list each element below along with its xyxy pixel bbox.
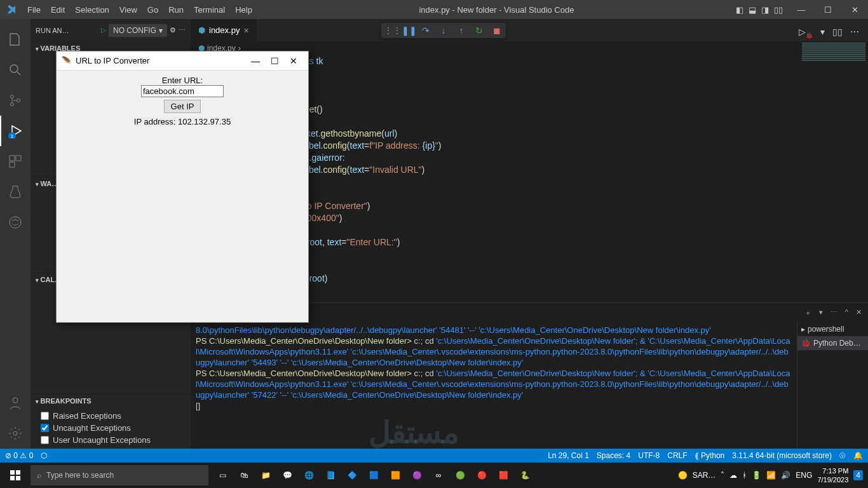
terminal-output[interactable]: 8.0\pythonFiles\lib\python\debugpy\adapt… bbox=[191, 322, 797, 449]
editor-tab[interactable]: ⬢ index.py × bbox=[191, 19, 257, 41]
onedrive-icon[interactable]: ☁ bbox=[729, 471, 737, 480]
photoshop-icon[interactable]: 🟦 bbox=[363, 465, 384, 485]
menu-selection[interactable]: Selection bbox=[70, 5, 114, 15]
taskbar-search[interactable]: ⌕ Type here to search bbox=[31, 465, 208, 485]
menu-go[interactable]: Go bbox=[142, 5, 163, 15]
split-editor-icon[interactable]: ▯▯ bbox=[832, 27, 843, 39]
pause-icon[interactable]: ❚❚ bbox=[402, 25, 414, 36]
tk-minimize-button[interactable]: — bbox=[246, 56, 265, 66]
tkinter-titlebar[interactable]: 🪶 URL to IP Converter — ☐ ✕ bbox=[57, 51, 308, 71]
menu-edit[interactable]: Edit bbox=[46, 5, 70, 15]
start-debug-button[interactable]: ▷ bbox=[101, 26, 106, 34]
vscode-taskbar-icon[interactable]: 📘 bbox=[320, 465, 341, 485]
breakpoint-item[interactable]: Raised Exceptions bbox=[41, 410, 180, 422]
tk-maximize-button[interactable]: ☐ bbox=[265, 56, 284, 66]
close-tab-icon[interactable]: × bbox=[243, 25, 248, 36]
step-over-icon[interactable]: ↷ bbox=[419, 25, 432, 36]
chevron-down-icon[interactable]: ▾ bbox=[820, 27, 825, 39]
search-icon[interactable] bbox=[0, 55, 31, 85]
breakpoint-checkbox[interactable] bbox=[41, 412, 49, 420]
explorer-icon[interactable] bbox=[0, 24, 31, 55]
interpreter-status[interactable]: 3.11.4 64-bit (microsoft store) bbox=[732, 451, 832, 460]
breakpoint-checkbox[interactable] bbox=[41, 424, 49, 432]
drag-handle-icon[interactable]: ⋮⋮ bbox=[384, 25, 397, 36]
debug-toolbar[interactable]: ⋮⋮ ❚❚ ↷ ↓ ↑ ↻ ◼ bbox=[381, 23, 506, 38]
notifications-icon[interactable]: 🔔 bbox=[853, 451, 863, 460]
tray-chevron-up-icon[interactable]: ˄ bbox=[721, 471, 724, 480]
menu-help[interactable]: Help bbox=[230, 5, 257, 15]
discord-icon[interactable]: 🟣 bbox=[407, 465, 427, 485]
volume-icon[interactable]: 🔊 bbox=[781, 471, 790, 480]
breakpoint-item[interactable]: Uncaught Exceptions bbox=[41, 422, 180, 434]
chat-icon[interactable] bbox=[0, 207, 31, 238]
menu-view[interactable]: View bbox=[114, 5, 142, 15]
tk-close-button[interactable]: ✕ bbox=[284, 56, 303, 66]
tkinter-window[interactable]: 🪶 URL to IP Converter — ☐ ✕ Enter URL: G… bbox=[56, 51, 309, 323]
maximize-panel-icon[interactable]: ^ bbox=[845, 308, 848, 318]
maximize-button[interactable]: ☐ bbox=[815, 5, 841, 15]
layout-panel-left-icon[interactable]: ◧ bbox=[736, 5, 743, 15]
account-icon[interactable] bbox=[0, 388, 31, 418]
extensions-icon[interactable] bbox=[0, 146, 31, 177]
chevron-down-icon[interactable]: ▾ bbox=[819, 308, 823, 318]
problems-status[interactable]: ⊘ 0 ⚠ 0 bbox=[5, 451, 33, 460]
breakpoint-checkbox[interactable] bbox=[41, 436, 49, 444]
step-into-icon[interactable]: ↓ bbox=[437, 25, 450, 36]
close-window-button[interactable]: ✕ bbox=[841, 5, 868, 15]
taskbar-clock[interactable]: 7:13 PM 7/19/2023 bbox=[817, 466, 848, 484]
language-indicator[interactable]: ENG bbox=[796, 471, 812, 480]
settings-gear-icon[interactable] bbox=[0, 418, 31, 449]
close-panel-icon[interactable]: ✕ bbox=[856, 308, 862, 318]
minimize-button[interactable]: — bbox=[788, 5, 815, 15]
python-icon[interactable]: 🐍 bbox=[515, 465, 535, 485]
indent-status[interactable]: Spaces: 4 bbox=[597, 451, 630, 460]
notifications-badge[interactable]: 4 bbox=[853, 470, 863, 480]
chrome-icon[interactable]: 🌐 bbox=[299, 465, 319, 485]
task-view-icon[interactable]: ▭ bbox=[212, 465, 233, 485]
testing-icon[interactable] bbox=[0, 177, 31, 207]
breakpoint-item[interactable]: User Uncaught Exceptions bbox=[41, 434, 180, 446]
menu-file[interactable]: File bbox=[22, 5, 46, 15]
spotify-icon[interactable]: 🟢 bbox=[450, 465, 470, 485]
eol-status[interactable]: CRLF bbox=[667, 451, 687, 460]
terminal-instance[interactable]: ▸powershell bbox=[797, 322, 868, 336]
url-input[interactable] bbox=[141, 85, 224, 97]
cursor-position[interactable]: Ln 29, Col 1 bbox=[548, 451, 589, 460]
source-control-icon[interactable] bbox=[0, 85, 31, 116]
bluetooth-icon[interactable]: ᚼ bbox=[742, 471, 747, 480]
tray-user[interactable]: SAR… bbox=[693, 471, 716, 480]
illustrator-icon[interactable]: 🟧 bbox=[385, 465, 405, 485]
step-out-icon[interactable]: ↑ bbox=[455, 25, 468, 36]
terminal-instance[interactable]: 🐞Python Deb… bbox=[797, 336, 868, 350]
editor-more-icon[interactable]: ⋯ bbox=[850, 27, 859, 39]
language-mode[interactable]: ⸨ Python bbox=[695, 451, 725, 460]
run-file-icon[interactable]: ▷🐞 bbox=[799, 27, 813, 39]
app-icon[interactable]: 🔷 bbox=[342, 465, 362, 485]
layout-panel-bottom-icon[interactable]: ⬓ bbox=[749, 5, 756, 15]
layout-customize-icon[interactable]: ▯▯ bbox=[774, 5, 783, 15]
get-ip-button[interactable]: Get IP bbox=[164, 100, 201, 113]
stop-icon[interactable]: ◼ bbox=[491, 25, 503, 36]
feedback-icon[interactable]: ⦾ bbox=[839, 451, 846, 460]
ports-status[interactable]: ⬡ bbox=[41, 451, 47, 460]
menu-run[interactable]: Run bbox=[163, 5, 189, 15]
tray-app-icon[interactable]: 🟡 bbox=[678, 471, 688, 480]
debug-config-select[interactable]: No Config ▾ bbox=[109, 24, 167, 37]
breakpoints-section[interactable]: BREAKPOINTS bbox=[31, 394, 191, 407]
new-terminal-icon[interactable]: ＋ bbox=[804, 308, 811, 318]
chrome2-icon[interactable]: 🔴 bbox=[471, 465, 492, 485]
visualstudio-icon[interactable]: ∞ bbox=[428, 465, 449, 485]
microsoft-store-icon[interactable]: 🛍 bbox=[234, 465, 254, 485]
start-button[interactable] bbox=[0, 470, 31, 480]
run-debug-icon[interactable]: 1 bbox=[0, 116, 31, 146]
menu-terminal[interactable]: Terminal bbox=[189, 5, 230, 15]
debug-more-icon[interactable]: ⋯ bbox=[179, 26, 186, 34]
debug-settings-gear-icon[interactable]: ⚙ bbox=[170, 26, 176, 34]
encoding-status[interactable]: UTF-8 bbox=[638, 451, 660, 460]
powerpoint-icon[interactable]: 🟥 bbox=[493, 465, 513, 485]
minimap[interactable] bbox=[802, 42, 865, 118]
layout-panel-right-icon[interactable]: ◨ bbox=[761, 5, 769, 15]
restart-icon[interactable]: ↻ bbox=[473, 25, 485, 36]
file-explorer-icon[interactable]: 📁 bbox=[255, 465, 276, 485]
wifi-icon[interactable]: 📶 bbox=[766, 471, 776, 480]
